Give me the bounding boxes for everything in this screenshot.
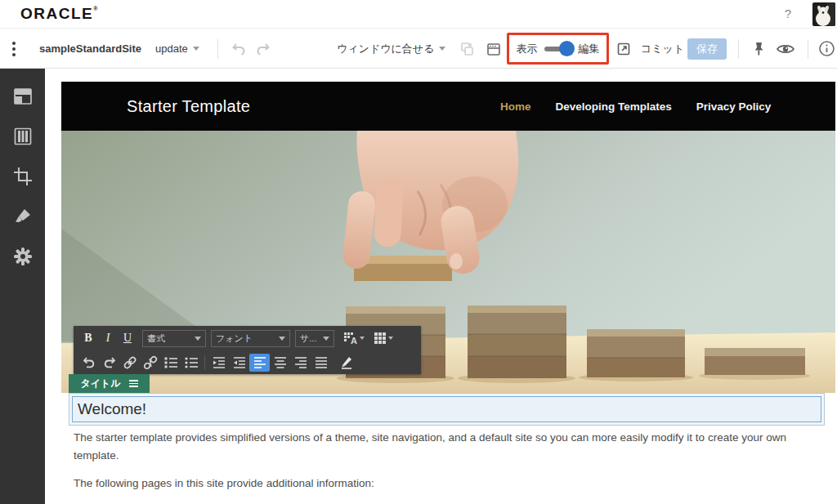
divider: [204, 355, 205, 370]
site-header: Starter Template Home Developing Templat…: [61, 82, 835, 131]
link-icon: [123, 355, 137, 370]
color-grid-A-icon: A: [343, 332, 358, 345]
component-menu-icon[interactable]: [129, 380, 138, 387]
bullet-list-button[interactable]: [181, 354, 201, 372]
body-paragraph: The starter template provides simplified…: [74, 429, 813, 465]
unlink-button[interactable]: [140, 354, 160, 372]
link-button[interactable]: [119, 354, 140, 372]
layout-icon: [12, 86, 34, 107]
window-settings-button[interactable]: [486, 29, 502, 69]
text-color-button[interactable]: A: [339, 329, 369, 347]
bold-button[interactable]: B: [78, 329, 98, 347]
dog-avatar-image: [812, 2, 835, 26]
outdent-icon: [212, 355, 226, 370]
view-label: 表示: [517, 42, 538, 56]
duplicate-pages-icon: [459, 41, 475, 57]
underline-button[interactable]: U: [118, 329, 137, 347]
redo-button[interactable]: [255, 29, 271, 69]
rich-text-toolbar: B I U 書式 フォント サ... A: [74, 326, 421, 374]
size-dropdown[interactable]: サ...: [295, 330, 334, 347]
editor-undo-button[interactable]: [78, 354, 99, 372]
view-edit-toggle[interactable]: [544, 47, 572, 51]
eye-icon: [776, 41, 795, 57]
ordered-list-button[interactable]: [160, 354, 181, 372]
preview-button[interactable]: [615, 29, 632, 69]
ordered-list-icon: [163, 355, 178, 370]
highlight-pen-button[interactable]: [336, 354, 356, 372]
bullet-list-icon: [184, 355, 199, 370]
site-title: Starter Template: [127, 82, 250, 131]
crop-icon: [12, 166, 34, 187]
editor-redo-button[interactable]: [99, 354, 119, 372]
caret-down-icon: [279, 337, 285, 341]
builder-toolbar: sampleStandardSite update ウィンドウに合せる 表示 編…: [0, 29, 837, 69]
undo-icon: [231, 41, 247, 57]
nav-item-home[interactable]: Home: [500, 100, 531, 113]
italic-button[interactable]: I: [98, 329, 118, 347]
caret-down-icon: [360, 337, 365, 340]
open-in-new-icon: [615, 41, 632, 57]
sidebar-item-sections[interactable]: [11, 125, 34, 148]
gear-icon: [12, 246, 34, 267]
caret-down-icon: [193, 47, 199, 51]
pin-icon: [750, 40, 768, 58]
user-avatar[interactable]: [812, 2, 835, 26]
font-dropdown[interactable]: フォント: [211, 330, 290, 347]
caret-down-icon: [439, 47, 445, 51]
pen-icon: [339, 355, 354, 370]
site-nav: Home Developing Templates Privacy Policy: [500, 82, 771, 131]
edit-label: 編集: [579, 42, 600, 56]
builder-sidebar: [0, 69, 45, 504]
align-right-button[interactable]: [290, 354, 311, 372]
nav-item-privacy-policy[interactable]: Privacy Policy: [696, 100, 772, 113]
preview-eye-button[interactable]: [776, 29, 795, 69]
sidebar-item-crop[interactable]: [11, 165, 34, 188]
columns-icon: [12, 126, 34, 147]
redo-icon: [102, 355, 117, 370]
site-canvas: Starter Template Home Developing Templat…: [61, 69, 835, 504]
toggle-knob[interactable]: [559, 41, 575, 56]
align-left-button[interactable]: [249, 354, 270, 372]
svg-text:A: A: [351, 336, 357, 345]
fit-window-dropdown[interactable]: ウィンドウに合せる: [337, 29, 445, 69]
divider: [738, 39, 739, 59]
site-name-label: sampleStandardSite: [39, 29, 141, 69]
title-text-field[interactable]: Welcome!: [72, 396, 821, 422]
view-edit-toggle-highlight: 表示 編集: [507, 33, 609, 65]
help-button[interactable]: ?: [781, 7, 794, 20]
undo-button[interactable]: [231, 29, 247, 69]
unlink-icon: [143, 355, 158, 370]
undo-icon: [82, 355, 96, 370]
title-tag-label: タイトル: [80, 377, 120, 390]
justify-button[interactable]: [311, 354, 331, 372]
align-center-icon: [273, 355, 288, 370]
update-dropdown[interactable]: update: [155, 29, 199, 69]
indent-button[interactable]: [229, 354, 249, 372]
kebab-menu-icon[interactable]: [12, 29, 16, 69]
title-component-tag[interactable]: タイトル: [69, 374, 150, 393]
align-left-icon: [253, 355, 267, 370]
info-button[interactable]: [818, 29, 835, 69]
format-dropdown[interactable]: 書式: [142, 330, 206, 347]
sidebar-item-settings[interactable]: [11, 245, 34, 268]
body-paragraph: The following pages in this site provide…: [74, 475, 813, 493]
align-center-button[interactable]: [270, 354, 290, 372]
nav-item-developing-templates[interactable]: Developing Templates: [556, 100, 672, 113]
outdent-button[interactable]: [208, 354, 229, 372]
save-button[interactable]: 保存: [687, 38, 727, 60]
table-grid-icon: [374, 332, 387, 345]
oracle-logo: ORACLE®: [20, 6, 97, 23]
title-component-wrapper: Welcome!: [69, 393, 825, 426]
indent-icon: [232, 355, 247, 370]
divider: [808, 39, 808, 59]
table-button[interactable]: [369, 329, 398, 347]
redo-icon: [255, 41, 271, 57]
sidebar-item-theme[interactable]: [11, 205, 34, 228]
caret-down-icon: [323, 337, 329, 341]
sidebar-item-components[interactable]: [11, 85, 34, 108]
commit-button[interactable]: コミット: [641, 29, 684, 69]
caret-down-icon: [388, 337, 393, 340]
duplicate-button[interactable]: [459, 29, 475, 69]
paintbrush-icon: [12, 206, 34, 227]
pin-button[interactable]: [750, 29, 768, 69]
